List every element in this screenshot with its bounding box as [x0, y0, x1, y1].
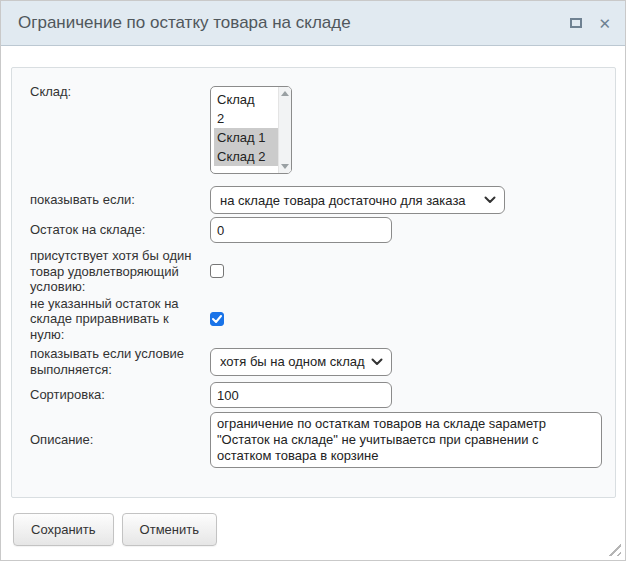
- warehouse-option-selected[interactable]: Склад 1: [214, 128, 278, 147]
- show-if-condition-label: показывать если условие выполняется:: [30, 346, 210, 377]
- show-if-condition-row: показывать если условие выполняется: хот…: [30, 346, 615, 377]
- warehouse-option[interactable]: Склад: [214, 90, 278, 109]
- chevron-down-icon: [484, 196, 496, 204]
- description-textarea[interactable]: ограничение по остаткам товаров на склад…: [210, 412, 602, 468]
- warehouse-option[interactable]: 2: [214, 109, 278, 128]
- resize-grip[interactable]: [607, 542, 621, 556]
- stock-remainder-label: Остаток на складе:: [30, 222, 210, 238]
- show-if-condition-select[interactable]: хотя бы на одном складе: [210, 348, 392, 376]
- button-bar: Сохранить Отменить: [13, 513, 217, 546]
- save-button[interactable]: Сохранить: [13, 513, 114, 546]
- unspecified-to-zero-checkbox[interactable]: [210, 312, 224, 326]
- show-if-condition-selected-value: хотя бы на одном складе: [220, 354, 365, 369]
- sorting-input[interactable]: [210, 382, 392, 408]
- scroll-down-icon[interactable]: [281, 164, 289, 169]
- chevron-down-icon: [371, 358, 383, 366]
- dialog-titlebar: Ограничение по остатку товара на складе …: [1, 1, 625, 46]
- show-if-select[interactable]: на складе товара достаточно для заказа: [210, 186, 505, 214]
- listbox-scrollbar[interactable]: [278, 87, 291, 173]
- sorting-label: Сортировка:: [30, 387, 210, 403]
- unspecified-to-zero-row: не указанный остаток на складе приравнив…: [30, 296, 615, 343]
- cancel-button[interactable]: Отменить: [122, 513, 217, 546]
- at-least-one-product-checkbox[interactable]: [210, 264, 224, 278]
- sorting-row: Сортировка:: [30, 382, 615, 408]
- maximize-icon[interactable]: [570, 18, 582, 28]
- description-label: Описание:: [30, 432, 210, 448]
- scroll-up-icon[interactable]: [281, 91, 289, 96]
- show-if-row: показывать если: на складе товара достат…: [30, 186, 615, 214]
- check-icon: [212, 315, 222, 323]
- unspecified-to-zero-label: не указанный остаток на складе приравнив…: [30, 296, 210, 343]
- stock-remainder-row: Остаток на складе:: [30, 217, 615, 243]
- at-least-one-product-row: присутствует хотя бы один товар удовлетв…: [30, 248, 615, 295]
- show-if-selected-value: на складе товара достаточно для заказа: [220, 193, 478, 208]
- warehouse-row: Склад: Склад 2 Склад 1 Склад 2: [30, 84, 615, 174]
- at-least-one-product-label: присутствует хотя бы один товар удовлетв…: [30, 248, 210, 295]
- form-panel: Склад: Склад 2 Склад 1 Склад 2 показыват…: [11, 67, 616, 498]
- stock-remainder-input[interactable]: [210, 217, 392, 243]
- dialog-window: Ограничение по остатку товара на складе …: [0, 0, 626, 561]
- warehouse-option-selected[interactable]: Склад 2: [214, 147, 278, 166]
- description-row: Описание: ограничение по остаткам товаро…: [30, 412, 615, 468]
- show-if-label: показывать если:: [30, 192, 210, 208]
- close-icon[interactable]: ✕: [598, 16, 611, 31]
- dialog-title: Ограничение по остатку товара на складе: [18, 13, 570, 33]
- warehouse-label: Склад:: [30, 84, 210, 100]
- warehouse-listbox[interactable]: Склад 2 Склад 1 Склад 2: [210, 86, 292, 174]
